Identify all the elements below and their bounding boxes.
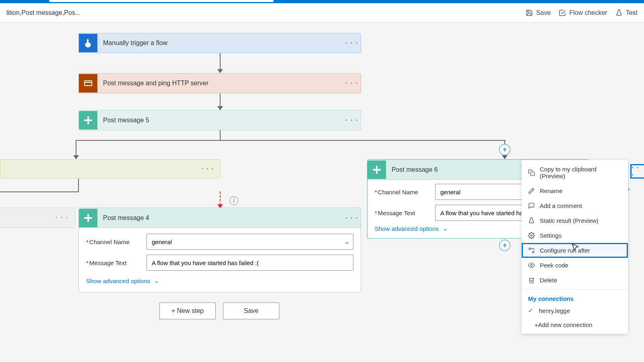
menu-copy[interactable]: Copy to my clipboard (Preview)	[522, 162, 628, 183]
svg-point-13	[533, 251, 534, 253]
arrowhead-icon	[73, 154, 79, 159]
save-flow-button[interactable]: Save	[223, 302, 279, 319]
trigger-card[interactable]: Manually trigger a flow · · ·	[78, 33, 361, 53]
channel-name-label: *Channel Name	[86, 239, 147, 245]
test-button[interactable]: Test	[615, 9, 638, 16]
menu-delete[interactable]: Delete	[522, 273, 628, 288]
connector-line	[220, 130, 221, 140]
msg5-title: Post message 5	[97, 117, 343, 124]
ellipsis-icon[interactable]: · · ·	[199, 165, 217, 173]
svg-rect-6	[84, 217, 92, 219]
post-message-5-card[interactable]: Post message 5 · · ·	[78, 110, 361, 130]
card-header[interactable]: Post message 4 · · ·	[79, 208, 361, 228]
svg-point-11	[530, 234, 532, 236]
new-step-button[interactable]: + New step	[159, 302, 216, 319]
flask-icon	[528, 217, 535, 224]
card-ellipsis-highlighted[interactable]: · · ·	[630, 164, 644, 179]
pencil-icon	[528, 187, 535, 194]
collapsed-peer-card[interactable]: · · ·	[0, 208, 75, 228]
connections-header: My connections	[522, 291, 628, 304]
show-advanced-link[interactable]: Show advanced options ⌄	[375, 225, 448, 232]
svg-rect-8	[373, 169, 381, 171]
test-icon	[615, 9, 623, 16]
copy-icon	[528, 169, 535, 176]
check-icon: ✓	[528, 307, 533, 314]
comment-icon	[528, 202, 535, 209]
menu-comment[interactable]: Add a comment	[522, 198, 628, 213]
branch-bar	[76, 140, 506, 141]
toolbar: lition,Post message,Pos... Save Flow che…	[0, 3, 644, 23]
breadcrumb: lition,Post message,Pos...	[6, 9, 526, 16]
show-advanced-link[interactable]: Show advanced options ⌄	[86, 277, 159, 284]
add-branch-button[interactable]: +	[499, 144, 510, 155]
http-card[interactable]: Post message and ping HTTP server · · ·	[78, 73, 361, 93]
add-connection[interactable]: +Add new connection	[522, 317, 628, 331]
context-menu: Copy to my clipboard (Preview) Rename Ad…	[522, 160, 628, 334]
add-step-button[interactable]: +	[499, 240, 510, 251]
arrowhead-icon	[217, 68, 223, 73]
flow-checker-icon	[559, 9, 566, 16]
eye-icon	[528, 262, 535, 269]
ellipsis-icon[interactable]: · · ·	[53, 214, 71, 221]
message-text-input[interactable]	[147, 255, 353, 271]
menu-settings[interactable]: Settings	[522, 228, 628, 243]
menu-configure-run-after[interactable]: Configure run after	[522, 243, 628, 258]
flow-checker-button[interactable]: Flow checker	[559, 9, 607, 16]
info-icon[interactable]: i	[229, 196, 238, 205]
connector-line	[0, 191, 79, 192]
connector-line	[78, 179, 79, 191]
manual-trigger-icon	[79, 34, 97, 52]
ellipsis-icon[interactable]: · · ·	[343, 214, 361, 222]
slack-icon	[79, 111, 97, 130]
menu-rename[interactable]: Rename	[522, 183, 628, 198]
chevron-down-icon[interactable]: ⌄	[344, 238, 349, 245]
svg-point-14	[530, 264, 532, 266]
post-message-4-card: Post message 4 · · · *Channel Name ⌄ *Me…	[78, 208, 361, 292]
run-after-icon	[528, 247, 535, 254]
msg4-title: Post message 4	[97, 214, 343, 222]
slack-icon	[367, 160, 386, 179]
slack-icon	[79, 209, 97, 227]
arrowhead-icon	[217, 105, 223, 110]
http-icon	[79, 74, 97, 93]
svg-rect-1	[85, 81, 92, 86]
save-button[interactable]: Save	[526, 9, 551, 16]
svg-point-12	[529, 248, 530, 249]
chevron-down-icon: ⌄	[154, 277, 159, 284]
message-text-label: *Message Text	[86, 259, 147, 266]
trash-icon	[528, 277, 535, 284]
gear-icon	[528, 232, 535, 239]
divider	[522, 289, 628, 290]
ellipsis-icon[interactable]: · · ·	[343, 117, 361, 124]
menu-peek-code[interactable]: Peek code	[522, 258, 628, 273]
svg-rect-4	[84, 119, 92, 121]
ellipsis-icon[interactable]: · · ·	[343, 39, 361, 47]
message-text-label: *Message Text	[375, 210, 435, 216]
collapsed-branch-card[interactable]: · · ·	[0, 159, 220, 179]
http-title: Post message and ping HTTP server	[97, 80, 343, 87]
ellipsis-icon[interactable]: · · ·	[343, 80, 361, 87]
trigger-title: Manually trigger a flow	[97, 39, 343, 47]
search-bar[interactable]	[49, 0, 274, 2]
channel-name-label: *Channel Name	[375, 189, 435, 195]
save-icon	[526, 9, 533, 16]
chevron-down-icon: ⌄	[443, 225, 448, 232]
menu-static-result[interactable]: Static result (Preview)	[522, 213, 628, 228]
channel-name-select[interactable]	[147, 234, 353, 250]
svg-rect-9	[530, 172, 534, 175]
connection-item[interactable]: ✓ henry.legge	[522, 304, 628, 317]
